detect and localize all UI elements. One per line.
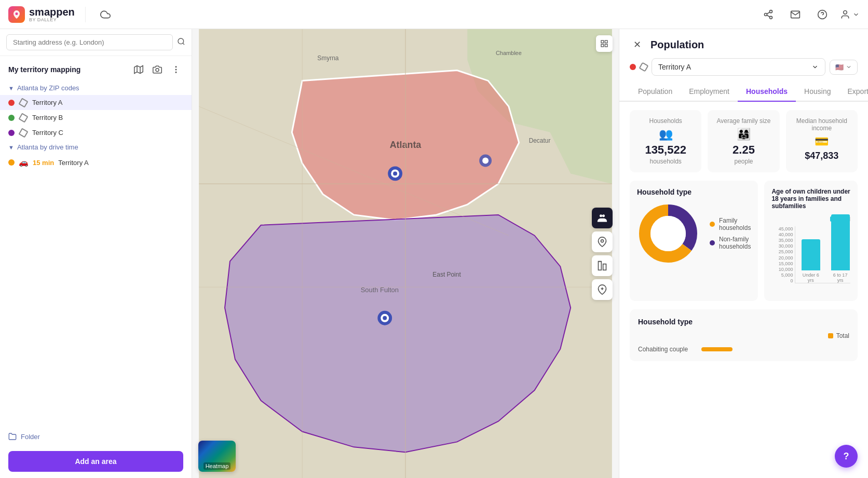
territory-c-hex <box>18 128 28 138</box>
svg-point-33 <box>393 171 397 175</box>
header-divider <box>85 7 86 22</box>
sidebar: My territory mapping ▼ Atlanta by ZIP co… <box>0 29 192 478</box>
y-30000: 30,000 <box>771 243 793 249</box>
territory-mapping-title: My territory mapping <box>8 65 80 74</box>
right-panel: ✕ Population Territory A 🇺🇸 Population E… <box>619 29 868 478</box>
svg-point-3 <box>770 16 772 19</box>
y-20000: 20,000 <box>771 255 793 261</box>
map-controls <box>592 208 613 300</box>
sidebar-item-territory-a[interactable]: Territory A <box>0 95 192 110</box>
territory-b-hex <box>18 113 28 122</box>
y-15000: 15,000 <box>771 261 793 266</box>
help-icon[interactable] <box>813 5 832 24</box>
flag-selector[interactable]: 🇺🇸 <box>830 60 858 75</box>
svg-line-5 <box>767 12 770 13</box>
map-people-icon[interactable] <box>592 208 613 228</box>
households-icon: 👥 <box>659 128 673 141</box>
bar-under6 <box>802 239 820 270</box>
svg-point-8 <box>844 10 847 14</box>
heatmap-thumbnail[interactable]: Heatmap <box>198 441 236 472</box>
svg-point-38 <box>383 316 387 320</box>
territory-a-hex <box>18 98 28 107</box>
family-icon: 👨‍👩‍👧 <box>737 128 751 141</box>
tab-export[interactable]: Export <box>839 82 868 102</box>
territory-selector-hex <box>639 62 648 72</box>
donut-title: Household type <box>637 188 751 196</box>
folder-button[interactable]: Folder <box>0 428 192 445</box>
svg-line-10 <box>183 43 184 45</box>
logo-text: smappen <box>29 6 75 18</box>
sidebar-item-territory-c[interactable]: Territory C <box>0 125 192 140</box>
map-location-icon[interactable] <box>592 231 613 252</box>
svg-point-52 <box>650 216 686 251</box>
stats-row: Households 👥 135,522 households Average … <box>630 110 858 172</box>
support-button[interactable]: ? <box>835 445 858 468</box>
map-icon[interactable] <box>131 62 146 77</box>
svg-point-15 <box>175 66 177 67</box>
map-container: Atlanta Smyrna Chamblee Decatur South Fu… <box>192 29 619 478</box>
household-type-donut: Household type Family house <box>630 181 758 301</box>
bottom-chart-legend: Total <box>638 332 849 339</box>
group-drive-time[interactable]: ▼ Atlanta by drive time <box>0 140 192 154</box>
dropdown-chevron-icon <box>811 63 819 71</box>
charts-row: Household type Family house <box>630 181 858 301</box>
logo: smappen BY DALLEY <box>8 6 75 23</box>
drive-territory-label: Territory A <box>58 159 89 167</box>
y-5000: 5,000 <box>771 272 793 278</box>
main-layout: My territory mapping ▼ Atlanta by ZIP co… <box>0 29 868 478</box>
non-family-legend-label: Non-family households <box>719 236 751 250</box>
non-family-legend-dot <box>710 240 715 245</box>
add-area-button[interactable]: Add an area <box>8 451 183 472</box>
tab-employment[interactable]: Employment <box>681 82 738 102</box>
income-icon: 💳 <box>815 135 829 148</box>
map-view-toggle[interactable] <box>596 35 613 52</box>
svg-text:Decatur: Decatur <box>529 137 551 144</box>
panel-close-button[interactable]: ✕ <box>630 37 644 52</box>
panel-content: Households 👥 135,522 households Average … <box>619 102 868 478</box>
territory-selector: Territory A 🇺🇸 <box>619 52 868 82</box>
svg-point-0 <box>16 12 18 15</box>
sidebar-item-territory-b[interactable]: Territory B <box>0 110 192 125</box>
flag-chevron-icon <box>846 64 852 70</box>
drive-dot <box>8 159 15 166</box>
bar-group-6to17: 6 to 17 yrs <box>830 214 850 283</box>
family-legend-dot <box>710 222 715 227</box>
search-icon[interactable] <box>177 37 185 48</box>
header: smappen BY DALLEY <box>0 0 868 29</box>
map-add-location-icon[interactable] <box>592 279 613 300</box>
donut-chart <box>637 202 699 265</box>
group-zip-codes[interactable]: ▼ Atlanta by ZIP codes <box>0 81 192 95</box>
tab-housing[interactable]: Housing <box>796 82 839 102</box>
y-10000: 10,000 <box>771 267 793 272</box>
territory-a-dot <box>8 100 15 106</box>
panel-tabs: Population Employment Households Housing… <box>619 82 868 102</box>
territory-dropdown[interactable]: Territory A <box>652 58 825 76</box>
tab-households[interactable]: Households <box>738 82 796 102</box>
mail-icon[interactable] <box>786 5 805 24</box>
map-building-icon[interactable] <box>592 255 613 276</box>
svg-point-14 <box>156 69 159 72</box>
households-unit: households <box>649 158 681 165</box>
svg-rect-40 <box>605 40 607 43</box>
svg-point-35 <box>482 158 489 164</box>
svg-text:Smyrna: Smyrna <box>317 54 338 62</box>
territory-selected-label: Territory A <box>658 63 691 71</box>
cloud-icon[interactable] <box>96 5 115 24</box>
folder-label: Folder <box>21 433 40 441</box>
tab-population[interactable]: Population <box>630 82 681 102</box>
share-icon[interactable] <box>759 5 778 24</box>
sidebar-item-drive-time[interactable]: 🚗 15 min Territory A <box>0 154 192 171</box>
territory-header: My territory mapping <box>0 56 192 81</box>
svg-point-1 <box>770 10 772 12</box>
age-chart-title: Age of own children under 18 years in fa… <box>771 188 850 210</box>
legend-family: Family households <box>710 217 751 231</box>
svg-rect-41 <box>601 44 604 47</box>
search-input[interactable] <box>6 34 173 50</box>
y-40000: 40,000 <box>771 232 793 237</box>
bottom-legend-label: Total <box>836 332 849 339</box>
camera-icon[interactable] <box>150 62 165 77</box>
panel-header: ✕ Population <box>619 29 868 52</box>
user-menu[interactable] <box>840 9 860 20</box>
more-options-icon[interactable] <box>169 62 183 77</box>
y-axis: 45,000 40,000 35,000 30,000 25,000 20,00… <box>771 226 795 283</box>
